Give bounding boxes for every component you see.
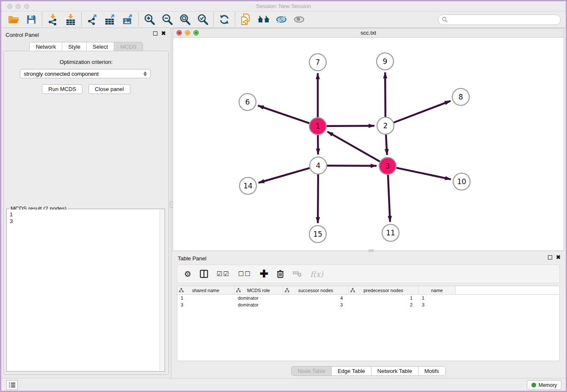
- column-header-predecessor-nodes[interactable]: predecessor nodes: [349, 286, 418, 294]
- float-table-panel-icon[interactable]: [548, 255, 552, 259]
- column-header-successor-nodes[interactable]: successor nodes: [283, 286, 349, 294]
- delete-column-button[interactable]: [277, 270, 284, 278]
- graph-node-label-9: 9: [383, 57, 388, 66]
- cell-name[interactable]: 3: [418, 301, 456, 308]
- network-canvas[interactable]: 1234678910111415: [173, 38, 564, 251]
- table-panel: Table Panel ✖ ⚙ ☑☑ ☐☐ ✚: [173, 253, 564, 378]
- window-title: Session: New Session: [1, 3, 566, 9]
- control-panel: Control Panel ✖ NetworkStyleSelectMCDS O…: [1, 28, 171, 378]
- cell-predecessor-nodes[interactable]: 2: [349, 301, 418, 308]
- zoom-fit-icon: [179, 13, 191, 26]
- tab-mcds[interactable]: MCDS: [114, 42, 142, 51]
- export-table-button[interactable]: [101, 12, 119, 27]
- close-panel-button[interactable]: Close panel: [88, 84, 130, 94]
- table-header-row: shared nameMCDS rolesuccessor nodesprede…: [177, 286, 559, 295]
- tab-motifs[interactable]: Motifs: [418, 367, 445, 375]
- cell-shared-name[interactable]: 1: [177, 295, 234, 301]
- select-all-button[interactable]: ☑☑: [217, 270, 230, 278]
- zoom-in-button[interactable]: [140, 12, 158, 27]
- memory-label: Memory: [539, 382, 557, 388]
- hierarchy-icon: [179, 288, 184, 293]
- refresh-view-button[interactable]: [215, 12, 233, 27]
- network-window-titlebar[interactable]: ✕ − + scc.txt: [173, 28, 564, 38]
- graph-edge-1-2[interactable]: [327, 126, 374, 126]
- result-scrollbar[interactable]: [160, 210, 164, 371]
- table-row[interactable]: 1dominator411: [177, 295, 559, 301]
- application-window: Session: New Session: [1, 1, 566, 391]
- criterion-select[interactable]: strongly connected component: [20, 69, 151, 78]
- optimization-criterion-label: Optimization criterion:: [4, 59, 168, 65]
- tab-node-table[interactable]: Node Table: [292, 367, 332, 375]
- search-box[interactable]: [438, 14, 561, 25]
- control-panel-title: Control Panel: [6, 32, 39, 38]
- graph-edge-2-9[interactable]: [385, 72, 385, 117]
- column-header-name[interactable]: name: [418, 286, 456, 294]
- cell-successor-nodes[interactable]: 4: [283, 295, 349, 301]
- tab-edge-table[interactable]: Edge Table: [332, 367, 372, 375]
- column-header-mcds-role[interactable]: MCDS role: [234, 286, 283, 294]
- delete-table-button[interactable]: [292, 271, 302, 277]
- trash-icon: [277, 270, 284, 278]
- graph-edge-2-8[interactable]: [394, 101, 451, 122]
- tab-style[interactable]: Style: [62, 42, 87, 51]
- export-network-button[interactable]: [83, 12, 101, 27]
- graph-node-label-14: 14: [243, 182, 253, 190]
- cell-mcds-role[interactable]: dominator: [234, 301, 283, 308]
- import-network-button[interactable]: [44, 12, 62, 27]
- graph-edge-4-14[interactable]: [259, 168, 310, 183]
- import-table-button[interactable]: [62, 12, 80, 27]
- table-toolbar: ⚙ ☑☑ ☐☐ ✚: [177, 265, 560, 283]
- zoom-fit-button[interactable]: [176, 12, 194, 27]
- cell-mcds-role[interactable]: dominator: [234, 295, 283, 301]
- column-header-shared-name[interactable]: shared name: [177, 286, 234, 294]
- graph-edge-3-10[interactable]: [396, 168, 451, 179]
- hide-selected-button[interactable]: [272, 12, 290, 27]
- network-resize-grip[interactable]: [369, 249, 374, 252]
- select-stepper-icon: [143, 72, 147, 76]
- first-neighbors-button[interactable]: [255, 12, 272, 27]
- graph-edge-4-3[interactable]: [327, 166, 377, 166]
- tab-network[interactable]: Network: [30, 42, 62, 51]
- deselect-all-button[interactable]: ☐☐: [238, 270, 251, 278]
- zoom-selected-button[interactable]: [194, 12, 212, 27]
- task-history-button[interactable]: [6, 380, 18, 390]
- graph-node-label-8: 8: [459, 93, 463, 101]
- close-table-panel-icon[interactable]: ✖: [556, 255, 561, 259]
- open-file-button[interactable]: [5, 12, 22, 27]
- apply-function-button[interactable]: f(x): [310, 270, 323, 279]
- table-row[interactable]: 3dominator323: [177, 301, 559, 308]
- toolbar-separator: [213, 13, 214, 26]
- import-table-icon: [65, 14, 77, 25]
- node-table[interactable]: shared nameMCDS rolesuccessor nodesprede…: [177, 286, 560, 361]
- zoom-out-button[interactable]: [158, 12, 176, 27]
- zoom-out-icon: [161, 13, 173, 26]
- cell-successor-nodes[interactable]: 3: [283, 301, 349, 308]
- run-mcds-button[interactable]: Run MCDS: [42, 84, 83, 94]
- table-settings-button[interactable]: ⚙: [184, 269, 191, 279]
- save-icon: [26, 14, 37, 25]
- eye-icon: [293, 14, 306, 25]
- add-column-button[interactable]: ✚: [260, 268, 268, 280]
- save-session-button[interactable]: [22, 12, 40, 27]
- graph-edge-1-6[interactable]: [258, 105, 310, 123]
- cell-name[interactable]: 1: [418, 295, 456, 301]
- duplicate-network-button[interactable]: [237, 12, 255, 27]
- tab-select[interactable]: Select: [87, 42, 114, 51]
- graph-edge-3-1[interactable]: [328, 132, 380, 162]
- tab-network-table[interactable]: Network Table: [372, 367, 418, 375]
- show-all-button[interactable]: [290, 12, 308, 27]
- float-panel-icon[interactable]: [153, 31, 157, 36]
- column-layout-icon: [200, 270, 208, 278]
- refresh-icon: [218, 14, 230, 25]
- export-image-button[interactable]: [119, 12, 137, 27]
- cell-predecessor-nodes[interactable]: 1: [349, 295, 418, 301]
- graph-edge-2-3[interactable]: [386, 135, 387, 155]
- column-layout-button[interactable]: [200, 270, 208, 278]
- memory-button[interactable]: Memory: [527, 380, 561, 390]
- search-input[interactable]: [448, 17, 560, 23]
- cell-shared-name[interactable]: 3: [177, 301, 234, 308]
- graph-edge-4-15[interactable]: [318, 174, 318, 223]
- graph-edge-3-11[interactable]: [388, 175, 390, 222]
- close-panel-icon[interactable]: ✖: [161, 31, 166, 36]
- search-icon: [442, 17, 448, 23]
